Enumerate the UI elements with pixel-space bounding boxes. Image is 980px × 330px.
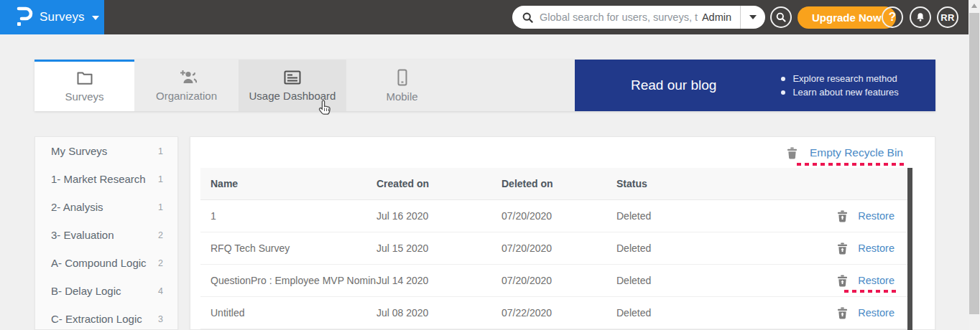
annotation-underline	[797, 163, 905, 166]
search-scope-dropdown[interactable]	[741, 6, 765, 29]
blog-banner[interactable]: Read our blog Explore research method Le…	[575, 60, 935, 111]
sidebar-item-extraction-logic[interactable]: C- Extraction Logic 3	[35, 305, 177, 330]
scroll-up-arrow-icon[interactable]	[971, 4, 977, 8]
restore-button[interactable]: Restore	[787, 275, 895, 287]
column-header-name: Name	[211, 178, 376, 189]
folder-count: 3	[158, 314, 163, 324]
survey-name: Untitled	[211, 307, 376, 319]
empty-recycle-bin-button[interactable]: Empty Recycle Bin	[787, 141, 903, 164]
empty-recycle-bin-label: Empty Recycle Bin	[810, 146, 903, 159]
restore-button[interactable]: Restore	[787, 210, 895, 222]
sidebar-item-analysis[interactable]: 2- Analysis 1	[35, 193, 177, 221]
restore-label: Restore	[858, 275, 895, 286]
bell-icon	[915, 11, 926, 23]
notifications-button[interactable]	[910, 6, 931, 28]
tab-surveys[interactable]: Surveys	[34, 60, 134, 111]
deleted-on: 07/22/2020	[501, 307, 616, 319]
person-add-icon	[177, 70, 197, 85]
created-on: Jul 16 2020	[376, 210, 501, 222]
tab-strip-filler	[458, 60, 575, 111]
folder-count: 1	[158, 146, 163, 156]
table-row: Untitled Jul 08 2020 07/22/2020 Deleted …	[200, 297, 907, 329]
restore-label: Restore	[858, 210, 895, 222]
help-button[interactable]: ?	[882, 6, 903, 28]
bullet-icon	[781, 90, 785, 95]
restore-button[interactable]: Restore	[787, 242, 895, 255]
table-scrollbar[interactable]	[907, 168, 912, 330]
tab-label: Usage Dashboard	[249, 90, 336, 102]
folder-icon	[76, 70, 93, 86]
scrollbar-thumb[interactable]	[969, 13, 979, 314]
tab-mobile[interactable]: Mobile	[346, 60, 458, 111]
table-row: RFQ Tech Survey Jul 15 2020 07/20/2020 D…	[200, 232, 907, 265]
status: Deleted	[616, 307, 787, 319]
deleted-on: 07/20/2020	[501, 210, 616, 222]
chevron-down-icon	[92, 16, 99, 20]
table-header-row: Name Created on Deleted on Status	[200, 168, 907, 200]
folder-count: 1	[158, 174, 163, 184]
survey-folders-sidebar: My Surveys 1 1- Market Research 1 2- Ana…	[34, 136, 178, 330]
annotation-underline	[844, 290, 897, 293]
tab-strip: Surveys Organization Usage Dashboard Mob…	[34, 60, 935, 111]
avatar[interactable]: RR	[937, 6, 958, 28]
column-header-deleted: Deleted on	[501, 178, 616, 189]
search-icon	[775, 11, 787, 23]
global-search-bar[interactable]: Admin	[512, 6, 765, 29]
created-on: Jul 08 2020	[376, 307, 501, 319]
folder-count: 2	[158, 258, 163, 268]
tab-label: Organization	[156, 90, 217, 102]
table-row: QuestionPro : Employee MVP Nomination Ju…	[200, 265, 907, 297]
brand-menu[interactable]: Surveys	[0, 0, 104, 34]
search-scope-label[interactable]: Admin	[702, 11, 740, 23]
topbar: Surveys Admin Upgrade Now ? RR	[0, 0, 980, 34]
restore-label: Restore	[858, 242, 895, 254]
banner-bullet: Learn about new features	[781, 87, 898, 98]
search-submit-button[interactable]	[770, 6, 792, 28]
banner-bullet-list: Explore research method Learn about new …	[781, 70, 898, 100]
tab-label: Surveys	[65, 90, 103, 103]
trash-icon	[787, 147, 798, 159]
sidebar-item-market-research[interactable]: 1- Market Research 1	[35, 165, 177, 193]
questionpro-logo-icon	[14, 6, 33, 28]
folder-count: 1	[158, 202, 163, 212]
banner-title: Read our blog	[631, 77, 716, 93]
restore-label: Restore	[858, 307, 895, 319]
sidebar-item-my-surveys[interactable]: My Surveys 1	[35, 137, 177, 165]
survey-name: QuestionPro : Employee MVP Nomination	[211, 275, 376, 286]
tab-organization[interactable]: Organization	[134, 60, 239, 111]
sidebar-item-compound-logic[interactable]: A- Compound Logic 2	[35, 249, 177, 277]
sidebar-item-delay-logic[interactable]: B- Delay Logic 4	[35, 277, 177, 305]
restore-button[interactable]: Restore	[787, 307, 895, 319]
table-row: 1 Jul 16 2020 07/20/2020 Deleted Restore	[200, 200, 907, 232]
question-mark-icon: ?	[889, 10, 896, 24]
deleted-surveys-table: Name Created on Deleted on Status 1 Jul …	[200, 168, 907, 329]
banner-bullet: Explore research method	[781, 73, 898, 84]
survey-name: 1	[211, 210, 376, 222]
tab-usage-dashboard[interactable]: Usage Dashboard	[239, 60, 346, 111]
bullet-icon	[781, 77, 785, 81]
status: Deleted	[616, 210, 787, 222]
column-header-created: Created on	[376, 178, 501, 189]
recycle-bin-panel: Empty Recycle Bin Name Created on Delete…	[190, 136, 935, 330]
survey-name: RFQ Tech Survey	[211, 242, 376, 254]
tab-label: Mobile	[386, 90, 417, 103]
created-on: Jul 15 2020	[376, 242, 501, 254]
deleted-on: 07/20/2020	[501, 275, 616, 286]
restore-trash-icon	[837, 242, 848, 255]
folder-count: 2	[158, 230, 163, 240]
folder-count: 4	[158, 286, 163, 296]
restore-trash-icon	[837, 210, 848, 222]
restore-trash-icon	[837, 307, 848, 319]
page-scrollbar[interactable]	[969, 0, 980, 330]
restore-trash-icon	[837, 275, 848, 287]
created-on: Jul 14 2020	[376, 275, 501, 286]
deleted-on: 07/20/2020	[501, 242, 616, 254]
status: Deleted	[616, 275, 787, 286]
avatar-initials: RR	[940, 12, 954, 23]
app-title: Surveys	[40, 10, 85, 24]
search-input[interactable]	[534, 11, 702, 23]
chevron-down-icon	[749, 15, 757, 19]
column-header-status: Status	[616, 178, 787, 189]
sidebar-item-evaluation[interactable]: 3- Evaluation 2	[35, 221, 177, 249]
search-icon	[522, 11, 534, 24]
